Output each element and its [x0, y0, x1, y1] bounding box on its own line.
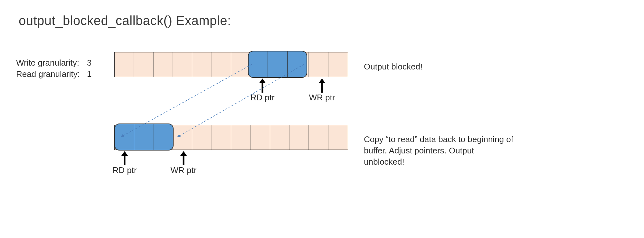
buffer-cell	[134, 52, 153, 77]
rd-ptr-after-label: RD ptr	[112, 165, 137, 175]
granularity-block: Write granularity: 3 Read granularity: 1	[16, 57, 97, 80]
buffer-cell	[192, 125, 212, 150]
buffer-cell	[212, 125, 231, 150]
wr-ptr-after-label: WR ptr	[171, 165, 197, 175]
arrow-up-icon	[317, 78, 327, 93]
buffer-cell	[270, 125, 289, 150]
read-granularity-row: Read granularity: 1	[16, 69, 97, 80]
wr-ptr-after: WR ptr	[167, 151, 200, 175]
buffer-cell	[328, 125, 348, 150]
data-cell	[115, 124, 134, 150]
write-granularity-value: 3	[87, 57, 97, 69]
write-granularity-row: Write granularity: 3	[16, 57, 97, 69]
rd-ptr-before: RD ptr	[248, 78, 277, 103]
data-cell	[288, 51, 307, 77]
data-cell	[154, 124, 173, 150]
rd-ptr-after: RD ptr	[110, 151, 139, 175]
copy-arrows	[0, 0, 644, 238]
data-cell	[134, 124, 154, 150]
data-cell	[249, 51, 268, 77]
svg-marker-7	[180, 151, 187, 156]
svg-marker-3	[319, 78, 325, 83]
svg-marker-5	[121, 151, 128, 156]
buffer-cell	[251, 125, 270, 150]
buffer-cell	[309, 52, 328, 77]
diagram-title: output_blocked_callback() Example:	[19, 14, 624, 30]
rd-ptr-before-label: RD ptr	[250, 93, 274, 102]
arrow-up-icon	[179, 151, 188, 165]
buffer-cell	[309, 125, 328, 150]
wr-ptr-before-label: WR ptr	[309, 93, 335, 102]
arrow-up-icon	[258, 78, 267, 93]
buffer-cell	[173, 125, 192, 150]
read-granularity-value: 1	[87, 69, 97, 80]
buffer-cell	[328, 52, 348, 77]
caption-blocked: Output blocked!	[364, 61, 422, 72]
buffer-before	[114, 52, 348, 77]
wr-ptr-before: WR ptr	[306, 78, 338, 103]
buffer-cell	[289, 125, 309, 150]
arrow-up-icon	[120, 151, 129, 165]
buffer-cell	[192, 52, 212, 77]
write-granularity-label: Write granularity:	[16, 57, 87, 69]
data-block-after	[114, 124, 174, 151]
buffer-cell	[154, 52, 173, 77]
buffer-cell	[212, 52, 231, 77]
buffer-cell	[231, 125, 251, 150]
data-cell	[268, 51, 287, 77]
data-block-before	[248, 51, 307, 78]
buffer-cell	[115, 52, 134, 77]
read-granularity-label: Read granularity:	[16, 69, 87, 80]
caption-unblocked: Copy “to read” data back to beginning of…	[364, 134, 515, 168]
svg-marker-1	[259, 78, 266, 83]
buffer-cell	[173, 52, 192, 77]
